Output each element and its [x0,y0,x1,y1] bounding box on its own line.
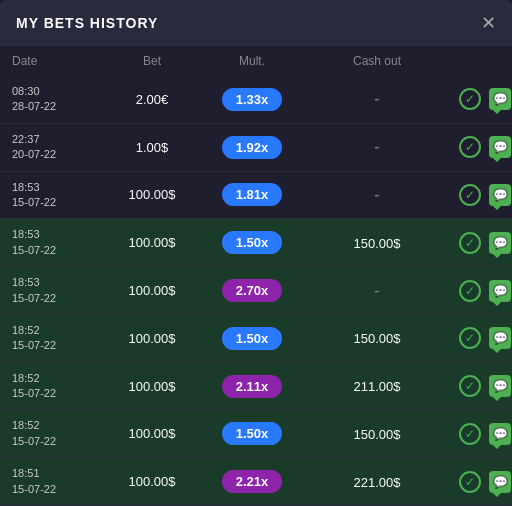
cashout-cell: - [302,282,452,300]
check-icon: ✓ [459,136,481,158]
date-cell: 18:52 15-07-22 [12,323,102,354]
cashout-cell: - [302,90,452,108]
chat-button[interactable]: 💬 [488,279,512,303]
table-row: 18:53 15-07-22 100.00$ 2.70x - ✓ 💬 [0,267,512,315]
cashout-value: 221.00$ [354,475,401,490]
modal-title: MY BETS HISTORY [16,15,158,31]
chat-button[interactable]: 💬 [488,326,512,350]
chat-icon: 💬 [489,136,511,158]
check-icon: ✓ [459,184,481,206]
verify-button[interactable]: ✓ [458,135,482,159]
table-row: 18:52 15-07-22 100.00$ 1.50x 150.00$ ✓ 💬 [0,315,512,363]
mult-cell: 1.33x [202,88,302,111]
chat-button[interactable]: 💬 [488,87,512,111]
cashout-cell: 211.00$ [302,377,452,395]
cashout-cell: 150.00$ [302,329,452,347]
mult-cell: 2.11x [202,375,302,398]
date-cell: 18:53 15-07-22 [12,275,102,306]
date-cell: 22:37 20-07-22 [12,132,102,163]
check-icon: ✓ [459,327,481,349]
verify-button[interactable]: ✓ [458,470,482,494]
col-actions [452,54,512,68]
date-cell: 18:53 15-07-22 [12,227,102,258]
verify-button[interactable]: ✓ [458,231,482,255]
bet-cell: 100.00$ [102,283,202,298]
chat-icon: 💬 [489,280,511,302]
cashout-value: - [374,138,379,155]
mult-cell: 1.50x [202,422,302,445]
mult-badge: 1.33x [222,88,282,111]
cashout-value: - [374,90,379,107]
chat-button[interactable]: 💬 [488,183,512,207]
mult-cell: 1.81x [202,183,302,206]
cashout-value: 150.00$ [354,331,401,346]
chat-icon: 💬 [489,327,511,349]
check-icon: ✓ [459,280,481,302]
mult-cell: 1.50x [202,231,302,254]
cashout-value: 150.00$ [354,427,401,442]
chat-icon: 💬 [489,471,511,493]
chat-icon: 💬 [489,184,511,206]
cashout-cell: - [302,186,452,204]
mult-cell: 2.70x [202,279,302,302]
chat-button[interactable]: 💬 [488,470,512,494]
cashout-value: - [374,186,379,203]
verify-button[interactable]: ✓ [458,183,482,207]
mult-badge: 1.50x [222,231,282,254]
mult-badge: 1.81x [222,183,282,206]
mult-badge: 1.50x [222,422,282,445]
check-icon: ✓ [459,423,481,445]
verify-button[interactable]: ✓ [458,374,482,398]
table-row: 18:53 15-07-22 100.00$ 1.50x 150.00$ ✓ 💬 [0,219,512,267]
chat-icon: 💬 [489,232,511,254]
bet-cell: 1.00$ [102,140,202,155]
table-row: 18:53 15-07-22 100.00$ 1.81x - ✓ 💬 [0,172,512,220]
bet-cell: 100.00$ [102,474,202,489]
mult-badge: 2.11x [222,375,282,398]
date-cell: 18:51 15-07-22 [12,466,102,497]
table-row: 18:51 15-07-22 100.00$ 2.21x 221.00$ ✓ 💬 [0,458,512,506]
check-icon: ✓ [459,88,481,110]
close-button[interactable]: ✕ [481,14,496,32]
mult-badge: 2.21x [222,470,282,493]
mult-badge: 2.70x [222,279,282,302]
check-icon: ✓ [459,471,481,493]
chat-button[interactable]: 💬 [488,231,512,255]
col-date: Date [12,54,102,68]
modal: MY BETS HISTORY ✕ Date Bet Mult. Cash ou… [0,0,512,506]
check-icon: ✓ [459,375,481,397]
mult-badge: 1.92x [222,136,282,159]
verify-button[interactable]: ✓ [458,279,482,303]
verify-button[interactable]: ✓ [458,87,482,111]
actions-cell: ✓ 💬 [452,231,512,255]
mult-cell: 2.21x [202,470,302,493]
actions-cell: ✓ 💬 [452,183,512,207]
verify-button[interactable]: ✓ [458,326,482,350]
col-bet: Bet [102,54,202,68]
chat-icon: 💬 [489,375,511,397]
bet-cell: 100.00$ [102,379,202,394]
date-cell: 08:30 28-07-22 [12,84,102,115]
chat-button[interactable]: 💬 [488,135,512,159]
bet-cell: 100.00$ [102,331,202,346]
mult-badge: 1.50x [222,327,282,350]
actions-cell: ✓ 💬 [452,422,512,446]
bet-cell: 100.00$ [102,187,202,202]
mult-cell: 1.92x [202,136,302,159]
actions-cell: ✓ 💬 [452,326,512,350]
verify-button[interactable]: ✓ [458,422,482,446]
bet-cell: 100.00$ [102,426,202,441]
bet-rows-container: 08:30 28-07-22 2.00€ 1.33x - ✓ 💬 22:37 2… [0,76,512,506]
cashout-value: 150.00$ [354,236,401,251]
actions-cell: ✓ 💬 [452,374,512,398]
actions-cell: ✓ 💬 [452,279,512,303]
cashout-cell: - [302,138,452,156]
mult-cell: 1.50x [202,327,302,350]
actions-cell: ✓ 💬 [452,470,512,494]
chat-button[interactable]: 💬 [488,374,512,398]
actions-cell: ✓ 💬 [452,135,512,159]
date-cell: 18:52 15-07-22 [12,371,102,402]
chat-button[interactable]: 💬 [488,422,512,446]
table-row: 18:52 15-07-22 100.00$ 1.50x 150.00$ ✓ 💬 [0,410,512,458]
cashout-cell: 150.00$ [302,234,452,252]
